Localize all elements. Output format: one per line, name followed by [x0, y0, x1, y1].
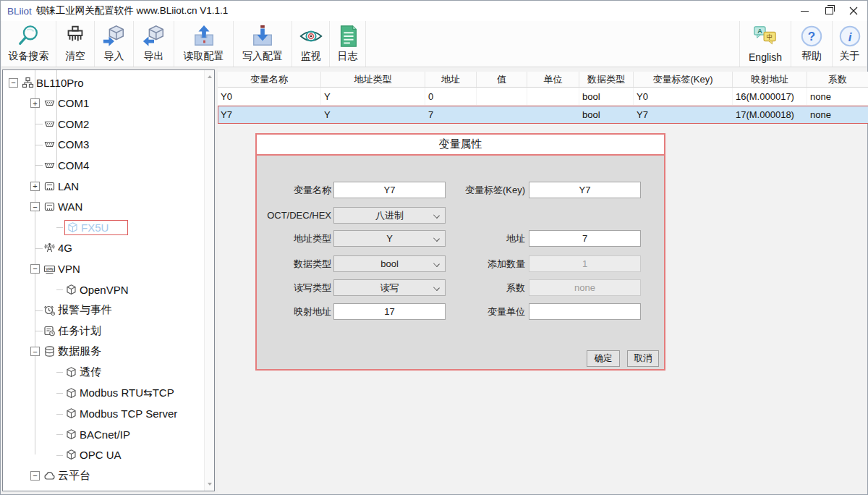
tree-item-bacnet-ip[interactable]: BACnet/IP — [3, 424, 204, 444]
column-header[interactable]: 值 — [477, 72, 527, 87]
ok-button[interactable]: 确定 — [587, 350, 620, 367]
chevron-down-icon — [433, 212, 440, 219]
field-value: 1 — [582, 258, 587, 269]
monitor-button[interactable]: 监视 — [292, 21, 330, 67]
read-config-button[interactable]: 读取配置 — [174, 21, 234, 67]
tree-item-报警与事件[interactable]: 报警与事件 — [3, 300, 204, 321]
tree-item-com2[interactable]: COM2 — [3, 114, 204, 134]
field-value: 7 — [582, 233, 587, 244]
tree-item-com1[interactable]: +COM1 — [3, 93, 204, 114]
tree-item-modbus-rtu-tcp[interactable]: Modbus RTU⇆TCP — [3, 383, 204, 403]
serial-icon — [43, 97, 56, 109]
field-value: Y7 — [384, 185, 396, 195]
tree-item-openvpn[interactable]: OpenVPN — [3, 279, 204, 300]
collapse-box-icon[interactable]: − — [30, 471, 40, 481]
input-地址[interactable]: 7 — [529, 230, 641, 247]
column-header[interactable]: 变量标签(Key) — [634, 72, 733, 87]
input-系数: none — [529, 279, 641, 296]
tree-item-label: 透传 — [80, 365, 101, 379]
log-button[interactable]: 日志 — [330, 21, 366, 67]
table-cell — [477, 88, 527, 105]
english-button[interactable]: A中English — [739, 21, 791, 67]
about-button[interactable]: i关于 — [832, 21, 867, 67]
table-cell: none — [807, 106, 868, 123]
tree-item-透传[interactable]: 透传 — [3, 362, 204, 382]
tree-item-lan[interactable]: +LAN — [3, 176, 204, 196]
tree-item-bl110pro[interactable]: −BL110Pro — [3, 72, 204, 93]
column-header[interactable]: 变量名称 — [218, 72, 321, 87]
select-oct-dec-hex[interactable]: 八进制 — [333, 207, 446, 224]
collapse-box-icon[interactable]: − — [30, 264, 40, 274]
column-header[interactable]: 映射地址 — [733, 72, 807, 87]
antenna-icon — [43, 242, 56, 254]
collapse-box-icon[interactable]: − — [9, 78, 18, 88]
question-icon: ? — [799, 23, 824, 49]
column-header[interactable]: 地址类型 — [321, 72, 425, 87]
cube-icon — [64, 407, 77, 420]
tree-item-mqtt[interactable]: MQTT — [3, 486, 204, 491]
selected-device-highlight[interactable]: FX5U — [64, 220, 128, 235]
tree-item-label: 任务计划 — [58, 324, 101, 338]
table-row[interactable]: Y7Y7boolY717(M.000018)none — [218, 106, 868, 124]
tree-item-label: LAN — [58, 180, 79, 192]
field-value: 八进制 — [375, 209, 404, 222]
export-button[interactable]: 导出 — [134, 21, 174, 67]
tree-scrollbar[interactable] — [204, 70, 214, 491]
table-cell: Y7 — [218, 106, 321, 123]
toolbar-button-label: 导入 — [104, 50, 124, 63]
input-变量单位[interactable] — [529, 303, 641, 320]
tree-item-modbus-tcp-server[interactable]: Modbus TCP Server — [3, 404, 204, 424]
device-search-button[interactable]: 设备搜索 — [1, 21, 56, 67]
help-button[interactable]: ?帮助 — [791, 21, 832, 67]
cube-icon — [64, 366, 77, 378]
expand-box-icon[interactable]: + — [30, 98, 40, 108]
tree-item-数据服务[interactable]: −数据服务 — [3, 342, 204, 362]
collapse-box-icon[interactable]: − — [30, 202, 40, 211]
write-config-button[interactable]: 写入配置 — [234, 21, 292, 67]
field-label: OCT/DEC/HEX — [258, 207, 331, 224]
toolbar-button-label: 导出 — [144, 50, 164, 63]
tree-item-云平台[interactable]: −云平台 — [3, 465, 204, 486]
serial-icon — [43, 138, 56, 151]
tree-item-4g[interactable]: 4G — [3, 238, 204, 258]
scroll-up-icon[interactable] — [205, 72, 214, 82]
table-row[interactable]: Y0Y0boolY016(M.000017)none — [218, 88, 868, 106]
tree-item-任务计划[interactable]: 任务计划 — [3, 321, 204, 341]
scroll-down-icon[interactable] — [205, 479, 214, 489]
field-value: 读写 — [380, 282, 399, 295]
tree-item-label: MQTT — [80, 491, 111, 491]
column-header[interactable]: 单位 — [527, 72, 579, 87]
close-icon — [849, 7, 858, 15]
ethernet-icon — [43, 200, 56, 213]
field-label: 地址 — [420, 230, 525, 247]
import-button[interactable]: 导入 — [95, 21, 134, 67]
column-header[interactable]: 系数 — [807, 72, 868, 87]
restore-button[interactable] — [817, 1, 841, 21]
column-header[interactable]: 数据类型 — [579, 72, 634, 87]
svg-text:VPN: VPN — [46, 267, 54, 271]
expand-box-icon[interactable]: + — [30, 182, 40, 191]
table-cell: Y7 — [634, 106, 733, 123]
field-value: Y — [386, 233, 393, 244]
toolbar-button-label: 关于 — [840, 50, 860, 63]
input-变量标签-key-[interactable]: Y7 — [529, 182, 641, 198]
toolbar-button-label: 写入配置 — [242, 50, 283, 63]
table-cell — [477, 106, 527, 123]
tree-item-opc-ua[interactable]: OPC UA — [3, 445, 204, 465]
cancel-button[interactable]: 取消 — [627, 350, 659, 367]
column-header[interactable]: 地址 — [425, 72, 477, 87]
titlebar: BLiiot 钡铼工业网关配置软件 www.BLiiot.cn V1.1.1 — [1, 1, 867, 21]
collapse-box-icon[interactable]: − — [30, 347, 40, 356]
table-cell — [527, 88, 579, 105]
upload-icon — [192, 23, 216, 49]
tree-item-vpn[interactable]: −VPNVPN — [3, 258, 204, 279]
tree-item-fx5u[interactable]: FX5U — [3, 217, 204, 237]
table-header-row: 变量名称地址类型地址值单位数据类型变量标签(Key)映射地址系数 — [218, 72, 868, 88]
minimize-button[interactable] — [792, 1, 817, 21]
tree-item-com4[interactable]: COM4 — [3, 155, 204, 175]
cube-icon — [64, 387, 77, 399]
tree-item-com3[interactable]: COM3 — [3, 135, 204, 155]
clear-button[interactable]: 清空 — [56, 21, 95, 67]
close-button[interactable] — [841, 1, 866, 21]
tree-item-wan[interactable]: −WAN — [3, 197, 204, 217]
